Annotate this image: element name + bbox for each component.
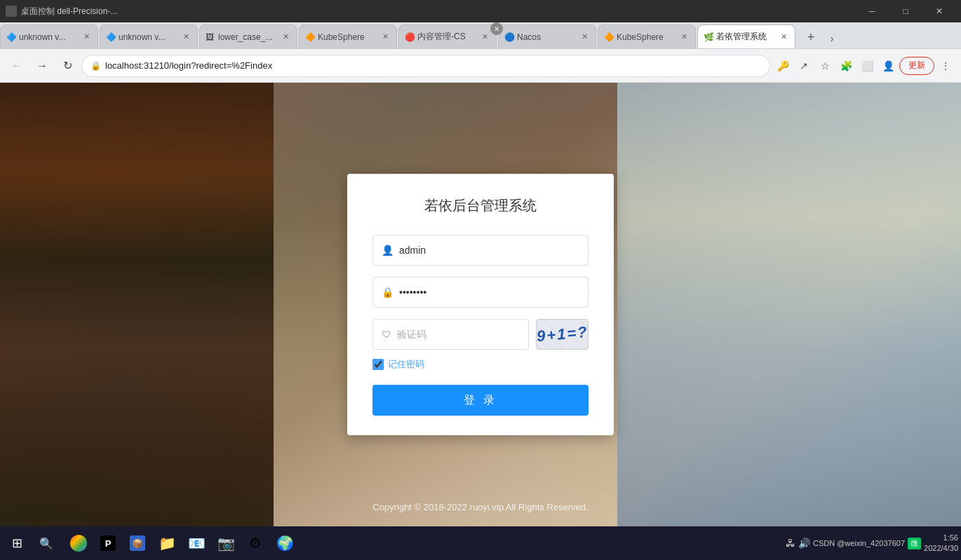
tab-label-tab1: unknown v... bbox=[19, 32, 78, 42]
tab-close-tab7[interactable]: ✕ bbox=[678, 32, 690, 43]
tab-label-tab8: 若依管理系统 bbox=[716, 31, 775, 43]
tab-scroll-right[interactable]: › bbox=[822, 29, 842, 48]
remember-row: 记住密码 bbox=[372, 358, 589, 371]
update-button[interactable]: 更新 bbox=[899, 57, 934, 75]
title-bar-controls: ─ □ ✕ bbox=[856, 0, 955, 22]
explorer-icon: 📁 bbox=[159, 535, 176, 552]
tab-bar: 🔷 unknown v... ✕ 🔷 unknown v... ✕ 🖼 lowe… bbox=[0, 22, 961, 49]
tab-close-tab6[interactable]: ✕ bbox=[579, 32, 590, 43]
search-button[interactable]: 🔍 bbox=[32, 529, 60, 557]
address-input-wrap[interactable]: 🔒 localhost:31210/login?redirect=%2Finde… bbox=[81, 55, 770, 77]
tab-favicon-tab2: 🔷 bbox=[106, 32, 116, 42]
password-input[interactable] bbox=[399, 287, 579, 298]
tab-tab4[interactable]: 🔶 KubeSphere ✕ bbox=[299, 25, 397, 48]
taskbar-app-mail[interactable]: 📧 bbox=[182, 529, 210, 557]
user-icon: 👤 bbox=[382, 245, 394, 256]
tab-favicon-tab5: 🔴 bbox=[405, 32, 415, 42]
captcha-input[interactable] bbox=[397, 329, 520, 340]
tab-favicon-tab3: 🖼 bbox=[206, 32, 215, 42]
lock-field-icon: 🔒 bbox=[382, 287, 394, 298]
more-icon-button[interactable]: ⋮ bbox=[936, 56, 955, 76]
tab-close-tab8[interactable]: ✕ bbox=[778, 32, 789, 43]
username-field: 👤 bbox=[372, 235, 589, 266]
tab-label-tab4: KubeSphere bbox=[318, 32, 377, 42]
password-field: 🔒 bbox=[372, 277, 589, 308]
lock-icon: 🔒 bbox=[90, 61, 101, 71]
taskbar-app-camera[interactable]: 📷 bbox=[212, 529, 240, 557]
taskbar-app-pycharm[interactable]: P bbox=[94, 529, 122, 557]
start-button[interactable]: ⊞ bbox=[3, 529, 31, 557]
forward-button[interactable]: → bbox=[31, 55, 53, 77]
taskbar-app-box[interactable]: 📦 bbox=[123, 529, 152, 557]
box-icon: 📦 bbox=[130, 535, 145, 551]
mail-icon: 📧 bbox=[188, 535, 206, 552]
tab-close-overlay[interactable]: ✕ bbox=[490, 22, 503, 35]
refresh-button[interactable]: ↻ bbox=[56, 55, 79, 77]
tab-favicon-tab8: 🌿 bbox=[704, 32, 713, 42]
chrome-icon bbox=[70, 535, 87, 552]
tab-favicon-tab7: 🔶 bbox=[604, 32, 614, 42]
key-icon-button[interactable]: 🔑 bbox=[773, 56, 793, 76]
tab-close-tab3[interactable]: ✕ bbox=[280, 32, 291, 43]
title-bar-title: 桌面控制 dell-Precision-... bbox=[21, 6, 117, 18]
pycharm-icon: P bbox=[100, 535, 116, 551]
tab-close-tab5[interactable]: ✕ bbox=[479, 32, 490, 43]
address-text: localhost:31210/login?redirect=%2Findex bbox=[105, 60, 761, 71]
page-footer: Copyright © 2018-2022 ruoyi.vip All Righ… bbox=[0, 502, 961, 512]
title-bar: 桌面控制 dell-Precision-... ─ □ ✕ bbox=[0, 0, 961, 22]
remember-label[interactable]: 记住密码 bbox=[388, 358, 424, 371]
login-card-wrap: 若依后台管理系统 👤 🔒 🛡 bbox=[0, 83, 961, 526]
new-tab-button[interactable]: + bbox=[800, 26, 822, 48]
systray-weixin[interactable]: 微 bbox=[908, 538, 921, 549]
close-button[interactable]: ✕ bbox=[923, 0, 955, 22]
tab-tab8[interactable]: 🌿 若依管理系统 ✕ bbox=[697, 25, 795, 48]
captcha-icon: 🛡 bbox=[382, 329, 391, 340]
profile-icon-button[interactable]: 👤 bbox=[878, 56, 898, 76]
tab-label-tab5: 内容管理-CS bbox=[417, 31, 476, 43]
login-title: 若依后台管理系统 bbox=[372, 196, 589, 215]
tab-tab1[interactable]: 🔷 unknown v... ✕ bbox=[0, 25, 98, 48]
maximize-button[interactable]: □ bbox=[889, 0, 922, 22]
back-button[interactable]: ← bbox=[6, 55, 28, 77]
minimize-button[interactable]: ─ bbox=[856, 0, 888, 22]
taskbar-app-chrome[interactable] bbox=[65, 529, 93, 557]
extension-icon-button[interactable]: 🧩 bbox=[836, 56, 856, 76]
address-bar: ← → ↻ 🔒 localhost:31210/login?redirect=%… bbox=[0, 49, 961, 83]
tab-favicon-tab6: 🔵 bbox=[504, 32, 514, 42]
taskbar: ⊞ 🔍 P 📦 📁 📧 📷 ⚙ bbox=[0, 526, 961, 560]
systray: 🖧 🔊 CSDN @weixin_42037607 微 bbox=[786, 538, 921, 549]
captcha-image[interactable]: 9+1=? bbox=[536, 319, 589, 350]
camera-icon: 📷 bbox=[217, 535, 235, 552]
tab-tab3[interactable]: 🖼 lower_case_... ✕ bbox=[199, 25, 297, 48]
systray-network[interactable]: 🖧 bbox=[786, 538, 795, 549]
toolbar-icons: 🔑 ↗ ☆ 🧩 ⬜ 👤 更新 ⋮ bbox=[773, 56, 955, 76]
username-input[interactable] bbox=[399, 245, 579, 256]
tab-tab5[interactable]: 🔴 内容管理-CS ✕ ✕ bbox=[398, 25, 497, 48]
captcha-input-wrap: 🛡 bbox=[372, 319, 529, 350]
taskbar-right: 🖧 🔊 CSDN @weixin_42037607 微 1:56 2022/4/… bbox=[786, 533, 958, 554]
login-card: 若依后台管理系统 👤 🔒 🛡 bbox=[347, 174, 614, 435]
share-icon-button[interactable]: ↗ bbox=[794, 56, 814, 76]
tab-label-tab7: KubeSphere bbox=[617, 32, 676, 42]
network-icon: 🌍 bbox=[276, 535, 294, 552]
copyright-text: Copyright © 2018-2022 ruoyi.vip All Righ… bbox=[372, 502, 588, 512]
taskbar-app-network[interactable]: 🌍 bbox=[271, 529, 299, 557]
tab-tab7[interactable]: 🔶 KubeSphere ✕ bbox=[598, 25, 696, 48]
systray-sound[interactable]: 🔊 bbox=[798, 538, 810, 549]
tab-tab2[interactable]: 🔷 unknown v... ✕ bbox=[100, 25, 198, 48]
taskbar-time-block: 1:56 2022/4/30 bbox=[924, 533, 958, 554]
tab-close-tab2[interactable]: ✕ bbox=[180, 32, 191, 43]
tab-label-tab3: lower_case_... bbox=[218, 32, 277, 42]
star-icon-button[interactable]: ☆ bbox=[815, 56, 835, 76]
remember-checkbox[interactable] bbox=[372, 359, 384, 370]
tab-label-tab6: Nacos bbox=[517, 32, 576, 42]
taskbar-app-explorer[interactable]: 📁 bbox=[153, 529, 181, 557]
fullscreen-icon-button[interactable]: ⬜ bbox=[857, 56, 877, 76]
tab-close-tab4[interactable]: ✕ bbox=[379, 32, 391, 43]
taskbar-app-settings[interactable]: ⚙ bbox=[241, 529, 269, 557]
settings-icon: ⚙ bbox=[249, 535, 262, 552]
login-button[interactable]: 登 录 bbox=[372, 385, 589, 416]
tab-close-tab1[interactable]: ✕ bbox=[81, 32, 92, 43]
tab-label-tab2: unknown v... bbox=[119, 32, 177, 42]
tab-tab6[interactable]: 🔵 Nacos ✕ bbox=[498, 25, 596, 48]
